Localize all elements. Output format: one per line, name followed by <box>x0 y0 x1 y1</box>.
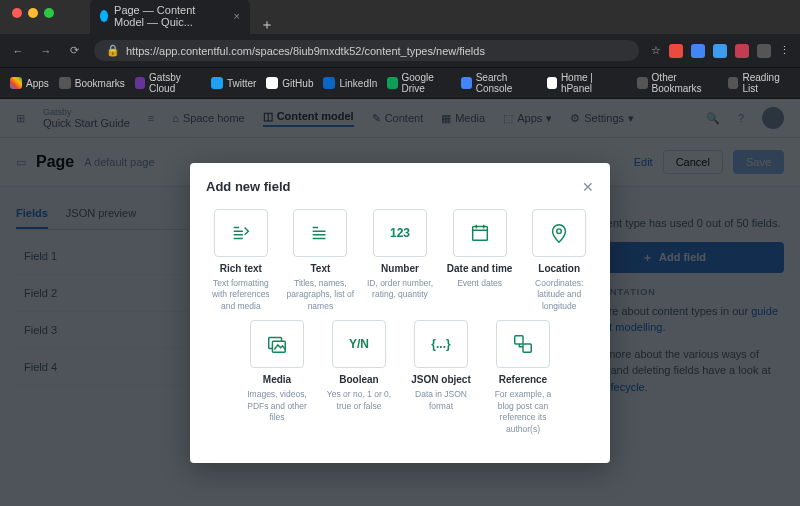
richtext-icon <box>230 222 252 244</box>
address-bar[interactable]: 🔒 https://app.contentful.com/spaces/8iub… <box>94 40 639 61</box>
field-type-date[interactable]: Date and time Event dates <box>445 209 515 312</box>
field-type-boolean[interactable]: Y/N Boolean Yes or no, 1 or 0, true or f… <box>323 320 395 435</box>
favicon-icon <box>100 10 108 22</box>
field-type-text[interactable]: Text Titles, names, paragraphs, list of … <box>286 209 356 312</box>
media-icon <box>265 333 289 355</box>
address-row: ← → ⟳ 🔒 https://app.contentful.com/space… <box>0 34 800 67</box>
extension-icon[interactable] <box>669 44 683 58</box>
extensions-menu-icon[interactable] <box>757 44 771 58</box>
field-type-rich-text[interactable]: Rich text Text formatting with reference… <box>206 209 276 312</box>
reference-icon <box>511 333 535 355</box>
reading-list[interactable]: Reading List <box>728 72 790 94</box>
star-icon[interactable]: ☆ <box>651 44 661 57</box>
window-maximize-icon[interactable] <box>44 8 54 18</box>
add-field-modal: Add new field ✕ Rich text Text formattin… <box>190 163 610 463</box>
svg-rect-4 <box>515 336 523 344</box>
bookmark-item[interactable]: Home | hPanel <box>547 72 618 94</box>
field-type-number[interactable]: 123 Number ID, order number, rating, qua… <box>365 209 435 312</box>
browser-tab[interactable]: Page — Content Model — Quic... × <box>90 0 250 34</box>
reload-button[interactable]: ⟳ <box>66 44 82 57</box>
tab-title: Page — Content Model — Quic... <box>114 4 224 28</box>
bookmark-item[interactable]: Twitter <box>211 77 256 89</box>
svg-point-1 <box>557 229 562 234</box>
window-close-icon[interactable] <box>12 8 22 18</box>
bookmark-item[interactable]: GitHub <box>266 77 313 89</box>
bookmark-item[interactable]: Gatsby Cloud <box>135 72 201 94</box>
browser-chrome: Page — Content Model — Quic... × ＋ ← → ⟳… <box>0 0 800 99</box>
new-tab-button[interactable]: ＋ <box>260 16 274 34</box>
field-type-reference[interactable]: Reference For example, a blog post can r… <box>487 320 559 435</box>
forward-button[interactable]: → <box>38 45 54 57</box>
tab-bar: Page — Content Model — Quic... × ＋ <box>0 4 800 34</box>
field-type-json[interactable]: {...} JSON object Data in JSON format <box>405 320 477 435</box>
svg-rect-0 <box>472 226 487 240</box>
location-pin-icon <box>548 221 570 245</box>
bookmarks-bar: Apps Bookmarks Gatsby Cloud Twitter GitH… <box>0 67 800 99</box>
bookmark-item[interactable]: Google Drive <box>387 72 451 94</box>
bookmark-item[interactable]: LinkedIn <box>323 77 377 89</box>
tab-close-icon[interactable]: × <box>234 10 240 22</box>
bookmark-item[interactable]: Bookmarks <box>59 77 125 89</box>
json-icon: {...} <box>414 320 468 368</box>
extension-icon[interactable] <box>713 44 727 58</box>
apps-button[interactable]: Apps <box>10 77 49 89</box>
url-text: https://app.contentful.com/spaces/8iub9m… <box>126 45 485 57</box>
boolean-icon: Y/N <box>332 320 386 368</box>
lock-icon: 🔒 <box>106 44 120 57</box>
extension-icon[interactable] <box>735 44 749 58</box>
modal-overlay[interactable]: Add new field ✕ Rich text Text formattin… <box>0 99 800 506</box>
extension-icon[interactable] <box>691 44 705 58</box>
calendar-icon <box>469 222 491 244</box>
svg-rect-5 <box>523 344 531 352</box>
window-minimize-icon[interactable] <box>28 8 38 18</box>
other-bookmarks[interactable]: Other Bookmarks <box>637 72 718 94</box>
modal-close-button[interactable]: ✕ <box>582 179 594 195</box>
field-type-location[interactable]: Location Coordinates: latitude and longi… <box>524 209 594 312</box>
bookmark-item[interactable]: Search Console <box>461 72 536 94</box>
back-button[interactable]: ← <box>10 45 26 57</box>
text-icon <box>309 222 331 244</box>
field-type-media[interactable]: Media Images, videos, PDFs and other fil… <box>241 320 313 435</box>
overflow-menu-icon[interactable]: ⋮ <box>779 44 790 57</box>
number-icon: 123 <box>373 209 427 257</box>
modal-title: Add new field <box>206 179 291 194</box>
